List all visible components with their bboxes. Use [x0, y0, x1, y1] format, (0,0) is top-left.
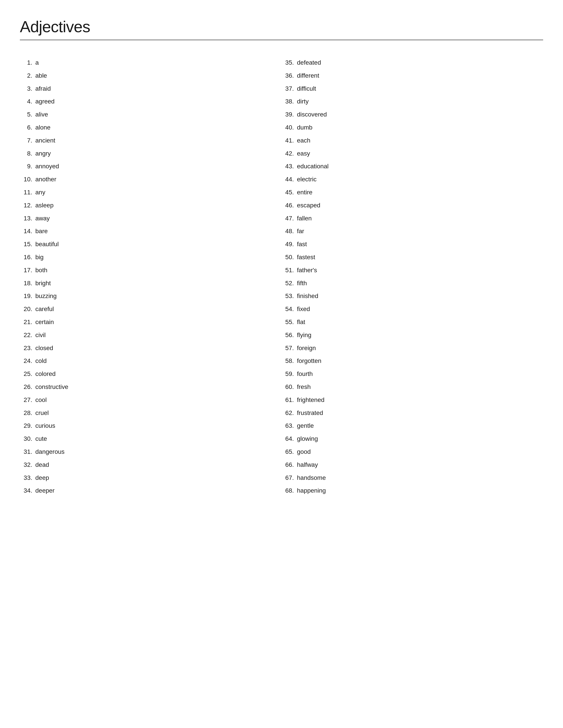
list-item: 28.cruel: [20, 408, 282, 418]
item-number: 68.: [282, 486, 297, 496]
list-item: 46.escaped: [282, 201, 543, 210]
item-number: 24.: [20, 356, 35, 366]
item-number: 16.: [20, 252, 35, 262]
item-word: gentle: [297, 421, 314, 431]
item-number: 40.: [282, 123, 297, 133]
item-word: fallen: [297, 214, 312, 223]
list-item: 61.frightened: [282, 395, 543, 405]
item-word: each: [297, 136, 311, 146]
item-number: 31.: [20, 447, 35, 457]
item-word: dangerous: [35, 447, 64, 457]
list-item: 1.a: [20, 58, 282, 68]
item-word: deeper: [35, 486, 55, 496]
item-number: 49.: [282, 239, 297, 249]
list-item: 10.another: [20, 174, 282, 184]
list-item: 2.able: [20, 71, 282, 81]
item-number: 43.: [282, 161, 297, 171]
item-word: alive: [35, 110, 48, 120]
list-item: 35.defeated: [282, 58, 543, 68]
item-word: defeated: [297, 58, 321, 68]
list-item: 7.ancient: [20, 136, 282, 146]
item-number: 28.: [20, 408, 35, 418]
list-item: 25.colored: [20, 369, 282, 379]
list-item: 51.father's: [282, 265, 543, 275]
item-word: a: [35, 58, 39, 68]
item-word: educational: [297, 161, 329, 171]
item-word: cold: [35, 356, 47, 366]
item-word: discovered: [297, 110, 327, 120]
item-number: 46.: [282, 201, 297, 210]
item-number: 10.: [20, 174, 35, 184]
item-number: 52.: [282, 278, 297, 288]
item-number: 32.: [20, 460, 35, 470]
item-number: 51.: [282, 265, 297, 275]
item-word: easy: [297, 149, 310, 159]
item-number: 65.: [282, 447, 297, 457]
list-item: 23.closed: [20, 343, 282, 353]
list-item: 37.difficult: [282, 84, 543, 94]
item-number: 3.: [20, 84, 35, 94]
list-item: 20.careful: [20, 304, 282, 314]
list-item: 60.fresh: [282, 382, 543, 392]
list-item: 64.glowing: [282, 434, 543, 444]
item-number: 30.: [20, 434, 35, 444]
list-item: 62.frustrated: [282, 408, 543, 418]
page-title: Adjectives: [20, 18, 543, 36]
item-word: any: [35, 188, 45, 197]
item-number: 21.: [20, 317, 35, 327]
item-number: 2.: [20, 71, 35, 81]
item-word: ancient: [35, 136, 55, 146]
list-item: 33.deep: [20, 473, 282, 483]
item-word: far: [297, 226, 304, 236]
list-item: 27.cool: [20, 395, 282, 405]
item-number: 23.: [20, 343, 35, 353]
item-number: 27.: [20, 395, 35, 405]
item-number: 47.: [282, 214, 297, 223]
item-word: fastest: [297, 252, 315, 262]
list-item: 11.any: [20, 188, 282, 197]
item-number: 41.: [282, 136, 297, 146]
list-item: 14.bare: [20, 226, 282, 236]
left-column: 1.a2.able3.afraid4.agreed5.alive6.alone7…: [20, 58, 282, 499]
list-item: 42.easy: [282, 149, 543, 159]
item-word: closed: [35, 343, 53, 353]
list-item: 53.finished: [282, 291, 543, 301]
list-item: 5.alive: [20, 110, 282, 120]
list-item: 21.certain: [20, 317, 282, 327]
item-word: dirty: [297, 97, 309, 107]
item-word: electric: [297, 174, 317, 184]
item-word: halfway: [297, 460, 318, 470]
item-word: flying: [297, 330, 311, 340]
title-divider: [20, 40, 543, 40]
item-word: buzzing: [35, 291, 57, 301]
item-number: 57.: [282, 343, 297, 353]
list-item: 16.big: [20, 252, 282, 262]
list-item: 19.buzzing: [20, 291, 282, 301]
item-number: 6.: [20, 123, 35, 133]
item-word: dead: [35, 460, 49, 470]
list-item: 66.halfway: [282, 460, 543, 470]
item-word: frightened: [297, 395, 325, 405]
list-item: 34.deeper: [20, 486, 282, 496]
item-number: 8.: [20, 149, 35, 159]
item-word: cruel: [35, 408, 49, 418]
list-item: 56.flying: [282, 330, 543, 340]
item-word: cute: [35, 434, 47, 444]
item-number: 48.: [282, 226, 297, 236]
list-item: 39.discovered: [282, 110, 543, 120]
item-word: constructive: [35, 382, 68, 392]
item-word: civil: [35, 330, 46, 340]
item-number: 61.: [282, 395, 297, 405]
item-number: 50.: [282, 252, 297, 262]
list-item: 29.curious: [20, 421, 282, 431]
item-word: fourth: [297, 369, 313, 379]
item-word: entire: [297, 188, 313, 197]
item-number: 33.: [20, 473, 35, 483]
list-item: 58.forgotten: [282, 356, 543, 366]
item-number: 60.: [282, 382, 297, 392]
item-number: 54.: [282, 304, 297, 314]
item-word: frustrated: [297, 408, 323, 418]
item-word: both: [35, 265, 47, 275]
item-word: annoyed: [35, 161, 59, 171]
item-number: 1.: [20, 58, 35, 68]
